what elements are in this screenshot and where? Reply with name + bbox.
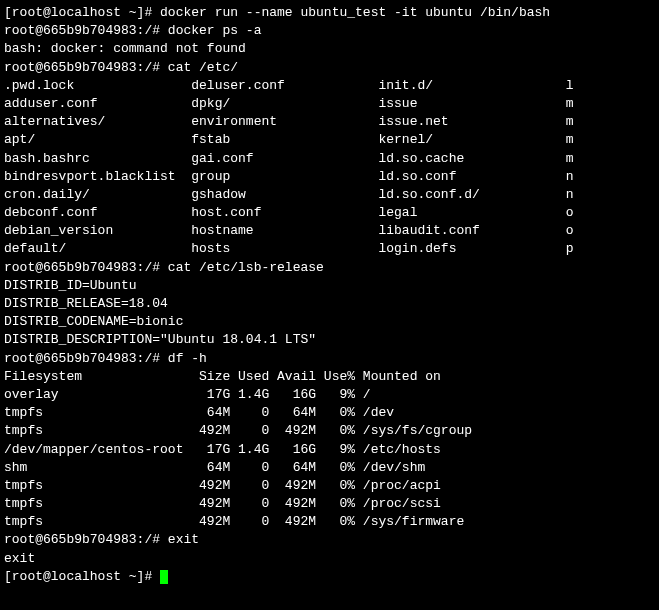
terminal-line: /dev/mapper/centos-root 17G 1.4G 16G 9% … <box>4 441 655 459</box>
terminal-line: default/ hosts login.defs p <box>4 240 655 258</box>
terminal-line: tmpfs 64M 0 64M 0% /dev <box>4 404 655 422</box>
terminal-line: root@665b9b704983:/# df -h <box>4 350 655 368</box>
terminal-line: root@665b9b704983:/# cat /etc/lsb-releas… <box>4 259 655 277</box>
terminal-line: adduser.conf dpkg/ issue m <box>4 95 655 113</box>
terminal-output[interactable]: [root@localhost ~]# docker run --name ub… <box>4 4 655 586</box>
terminal-line: bash.bashrc gai.conf ld.so.cache m <box>4 150 655 168</box>
terminal-line: alternatives/ environment issue.net m <box>4 113 655 131</box>
terminal-line: .pwd.lock deluser.conf init.d/ l <box>4 77 655 95</box>
terminal-line: overlay 17G 1.4G 16G 9% / <box>4 386 655 404</box>
shell-prompt: [root@localhost ~]# <box>4 569 160 584</box>
terminal-line: DISTRIB_RELEASE=18.04 <box>4 295 655 313</box>
terminal-line: debian_version hostname libaudit.conf o <box>4 222 655 240</box>
terminal-line: shm 64M 0 64M 0% /dev/shm <box>4 459 655 477</box>
terminal-line: tmpfs 492M 0 492M 0% /sys/firmware <box>4 513 655 531</box>
terminal-line: debconf.conf host.conf legal o <box>4 204 655 222</box>
terminal-line: apt/ fstab kernel/ m <box>4 131 655 149</box>
terminal-line: DISTRIB_ID=Ubuntu <box>4 277 655 295</box>
command-input-line[interactable]: [root@localhost ~]# <box>4 568 655 586</box>
terminal-line: root@665b9b704983:/# exit <box>4 531 655 549</box>
terminal-line: bash: docker: command not found <box>4 40 655 58</box>
terminal-line: exit <box>4 550 655 568</box>
terminal-line: tmpfs 492M 0 492M 0% /proc/acpi <box>4 477 655 495</box>
terminal-line: DISTRIB_DESCRIPTION="Ubuntu 18.04.1 LTS" <box>4 331 655 349</box>
terminal-line: bindresvport.blacklist group ld.so.conf … <box>4 168 655 186</box>
terminal-line: Filesystem Size Used Avail Use% Mounted … <box>4 368 655 386</box>
cursor <box>160 570 168 584</box>
terminal-line: cron.daily/ gshadow ld.so.conf.d/ n <box>4 186 655 204</box>
terminal-line: DISTRIB_CODENAME=bionic <box>4 313 655 331</box>
terminal-line: tmpfs 492M 0 492M 0% /sys/fs/cgroup <box>4 422 655 440</box>
terminal-line: tmpfs 492M 0 492M 0% /proc/scsi <box>4 495 655 513</box>
terminal-line: [root@localhost ~]# docker run --name ub… <box>4 4 655 22</box>
terminal-line: root@665b9b704983:/# docker ps -a <box>4 22 655 40</box>
terminal-line: root@665b9b704983:/# cat /etc/ <box>4 59 655 77</box>
